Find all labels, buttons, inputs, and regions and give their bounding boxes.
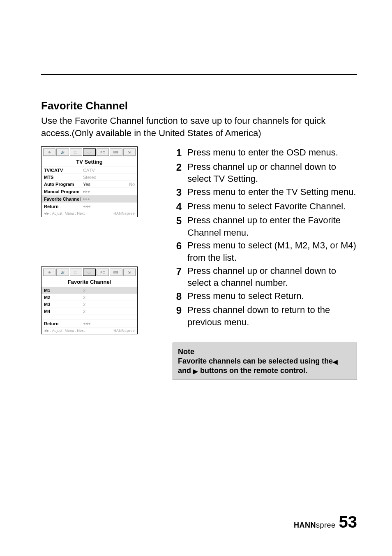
osd2-m4-value: 2: [83, 309, 85, 314]
right-arrow-icon: ▶: [193, 368, 198, 374]
osd1-favch-value: ▸▸▸: [83, 196, 90, 202]
step-text: Press menu to enter the OSD menus.: [187, 146, 357, 160]
step-text: Press channel up or channel down to sele…: [187, 265, 357, 289]
step-num: 6: [173, 239, 182, 264]
osd1-autoprog-yes: Yes: [83, 182, 90, 187]
step-num: 3: [173, 186, 182, 199]
step-num: 8: [173, 290, 182, 303]
osd1-autoprog-no: No: [129, 182, 135, 187]
osd1-footer-adjust: ◂/▸ : Adjust: [44, 211, 62, 215]
osd1-row-manprog: Manual Program ▸▸▸: [42, 188, 137, 195]
note-body-a: Favorite channels can be selected using …: [178, 357, 333, 365]
audio-icon: 🔊: [56, 148, 69, 156]
input-icon: ⌨: [110, 269, 122, 276]
step-6: 6Press menu to select (M1, M2, M3, or M4…: [173, 239, 357, 264]
exit-icon: ⇲: [123, 269, 136, 276]
step-text: Press channel up to enter the Favorite C…: [187, 214, 357, 239]
osd1-row-favch: Favorite Channel ▸▸▸: [42, 195, 137, 202]
step-text: Press menu to enter the TV Setting menu.: [187, 186, 357, 199]
step-num: 1: [173, 146, 182, 160]
picture-icon: ⬚: [70, 269, 82, 276]
osd1-footer: ◂/▸ : Adjust Menu : Next HANNspree: [42, 210, 137, 217]
footer-brand-light: spree: [316, 521, 336, 529]
pc-icon: PC: [97, 148, 109, 156]
page-footer: HANNspree 53: [294, 513, 357, 531]
note-label: Note: [178, 347, 352, 357]
step-8: 8Press menu to select Return.: [173, 290, 357, 303]
pc-icon: PC: [97, 269, 109, 276]
note-body-b: and: [178, 366, 193, 375]
osd2-row-spacer: [42, 315, 137, 320]
osd2-row-return: Return ◂◂◂: [42, 320, 137, 327]
osd2-footer-adjust: ◂/▸ : Adjust: [44, 329, 62, 333]
osd2-row-m2: M2 2: [42, 294, 137, 301]
step-num: 5: [173, 214, 182, 239]
osd2-footer: ◂/▸ : Adjust Menu : Next HANNspree: [42, 327, 137, 334]
page-number: 53: [339, 513, 357, 531]
osd1-title: TV Setting: [42, 157, 137, 167]
step-num: 2: [173, 161, 182, 185]
osd1-row-tvcatv: TV/CATV CATV: [42, 167, 137, 174]
exit-icon: ⇲: [123, 148, 136, 156]
osd1-row-mts: MTS Stereo: [42, 174, 137, 181]
step-3: 3Press menu to enter the TV Setting menu…: [173, 186, 357, 199]
steps-list: 1Press menu to enter the OSD menus. 2Pre…: [173, 146, 357, 328]
osd2-row-m3: M3 2: [42, 301, 137, 308]
osd2-row-m4: M4 2: [42, 308, 137, 315]
osd2-m1-label: M1: [44, 288, 83, 293]
osd2-footer-brand: HANNspree: [113, 329, 135, 333]
input-icon: ⌨: [110, 148, 122, 156]
osd1-manprog-value: ▸▸▸: [83, 189, 90, 194]
step-num: 4: [173, 200, 182, 213]
step-text: Press channel down to return to the prev…: [187, 304, 357, 328]
note-box: Note Favorite channels can be selected u…: [173, 343, 357, 380]
right-column: 1Press menu to enter the OSD menus. 2Pre…: [173, 146, 357, 380]
osd1-favch-label: Favorite Channel: [44, 197, 83, 202]
top-rule: [41, 74, 357, 75]
osd1-autoprog-label: Auto Program: [44, 182, 83, 187]
osd1-footer-next: Menu : Next: [65, 211, 85, 215]
osd1-return-value: ◂◂◂: [83, 204, 90, 209]
osd1-row-return: Return ◂◂◂: [42, 202, 137, 210]
osd1-manprog-label: Manual Program: [44, 189, 83, 194]
osd2-m4-label: M4: [44, 309, 83, 314]
step-text: Press menu to select (M1, M2, M3, or M4)…: [187, 239, 357, 264]
step-7: 7Press channel up or channel down to sel…: [173, 265, 357, 289]
osd1-mts-label: MTS: [44, 175, 83, 180]
footer-brand: HANNspree: [294, 521, 336, 530]
osd1-icon-row: ⊙ 🔊 ⬚ ▭ PC ⌨ ⇲: [42, 147, 137, 157]
left-arrow-icon: ◀: [333, 359, 338, 365]
osd2-footer-next: Menu : Next: [65, 329, 85, 333]
osd-favorite-channel: ⊙ 🔊 ⬚ ▭ PC ⌨ ⇲ Favorite Channel M1 2 M2 …: [41, 266, 138, 334]
osd2-m1-value: 2: [83, 288, 85, 293]
step-1: 1Press menu to enter the OSD menus.: [173, 146, 357, 160]
audio-icon: 🔊: [56, 269, 69, 276]
osd-tv-setting: ⊙ 🔊 ⬚ ▭ PC ⌨ ⇲ TV Setting TV/CATV CATV M…: [41, 146, 138, 217]
osd1-mts-value: Stereo: [83, 175, 96, 180]
step-2: 2Press channel up or channel down to sel…: [173, 161, 357, 185]
osd1-tvcatv-label: TV/CATV: [44, 168, 83, 173]
step-text: Press menu to select Return.: [187, 290, 357, 303]
step-9: 9Press channel down to return to the pre…: [173, 304, 357, 328]
osd1-row-autoprog: Auto Program Yes No: [42, 181, 137, 188]
osd2-m3-value: 2: [83, 302, 85, 307]
step-num: 9: [173, 304, 182, 328]
osd2-m2-value: 2: [83, 295, 85, 300]
section-title: Favorite Channel: [41, 100, 357, 112]
footer-brand-bold: HANN: [294, 521, 316, 529]
step-4: 4Press menu to select Favorite Channel.: [173, 200, 357, 213]
brightness-icon: ⊙: [43, 148, 55, 156]
brightness-icon: ⊙: [43, 269, 55, 276]
osd1-tvcatv-value: CATV: [83, 168, 95, 173]
note-body-c: buttons on the remote control.: [198, 366, 307, 375]
tv-icon: ▭: [83, 269, 95, 276]
osd2-row-m1: M1 2: [42, 287, 137, 294]
tv-icon: ▭: [83, 148, 95, 156]
osd2-return-value: ◂◂◂: [83, 321, 90, 326]
step-num: 7: [173, 265, 182, 289]
osd2-title: Favorite Channel: [42, 277, 137, 287]
osd2-icon-row: ⊙ 🔊 ⬚ ▭ PC ⌨ ⇲: [42, 267, 137, 277]
section-intro: Use the Favorite Channel function to sav…: [41, 115, 357, 139]
osd2-return-label: Return: [44, 321, 83, 326]
left-column: ⊙ 🔊 ⬚ ▭ PC ⌨ ⇲ TV Setting TV/CATV CATV M…: [41, 146, 144, 334]
